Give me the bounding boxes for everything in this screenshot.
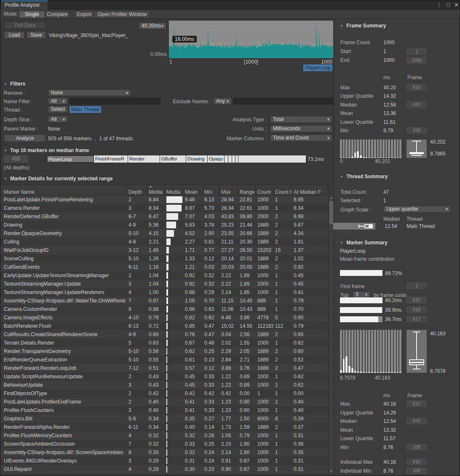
exclude-names-input[interactable] bbox=[233, 98, 334, 104]
load-button[interactable]: Load bbox=[4, 31, 25, 39]
top10-segment-Drawing[interactable]: Drawing bbox=[186, 155, 208, 163]
thread-select-button[interactable]: Select bbox=[48, 106, 68, 113]
table-row[interactable]: Render.OpaqueGeometry5-104.154.522.9023.… bbox=[0, 229, 328, 238]
column-header-0[interactable]: Marker Name bbox=[0, 185, 127, 195]
frame-link-button[interactable]: 918 bbox=[407, 307, 427, 313]
table-row[interactable]: CullResults.CreateSharedRendererScene4-9… bbox=[0, 330, 328, 339]
top10-segment-Render[interactable]: Render bbox=[128, 155, 160, 163]
graph-scale-dropdown[interactable]: Upper quartile▼ bbox=[383, 206, 451, 213]
column-header-6[interactable]: Max bbox=[219, 185, 238, 195]
marker-summary-boxplot[interactable] bbox=[407, 330, 427, 373]
frame-summary-histogram[interactable] bbox=[340, 139, 401, 158]
save-button[interactable]: Save bbox=[27, 31, 46, 39]
table-row[interactable]: Camera.Render38.348.975.7328.3422.611000… bbox=[0, 204, 328, 212]
column-header-4[interactable]: Mean bbox=[183, 185, 203, 195]
mode-button-compare[interactable]: Compare bbox=[45, 11, 70, 18]
exclude-mode-dropdown[interactable]: Any▼ bbox=[213, 98, 232, 104]
scrollbar-thumb[interactable] bbox=[329, 201, 333, 224]
column-header-9[interactable]: Count Fra bbox=[273, 185, 292, 195]
table-row[interactable]: EndRenderQueueExtraction5-100.550.610.13… bbox=[0, 356, 328, 364]
table-row[interactable]: RenderForwardAlpha.Render6-110.340.400.1… bbox=[0, 423, 328, 431]
top10-segment-GBuffer[interactable]: GBuffer bbox=[160, 155, 186, 163]
top-n-dropdown[interactable]: 3▼ bbox=[353, 291, 370, 298]
start-frame-button[interactable]: 1 bbox=[407, 48, 427, 55]
table-row[interactable]: WaitForJobGroupID3-121.451.710.7727.2726… bbox=[0, 246, 328, 254]
frame-link-button[interactable]: 917 bbox=[407, 316, 427, 322]
table-row[interactable]: SceneCulling5-101.261.330.1220.1420.0118… bbox=[0, 254, 328, 263]
end-frame-button[interactable]: 1000 bbox=[407, 57, 427, 64]
frame-link-button[interactable]: 915 bbox=[407, 459, 427, 465]
marker-summary-histogram[interactable] bbox=[340, 330, 401, 373]
frame-summary-header[interactable]: ▼ Frame Summary bbox=[340, 23, 386, 29]
table-row[interactable]: GUI.Repaint40.290.300.230.900.67100010.3… bbox=[0, 465, 328, 473]
table-row[interactable]: Profiler.FlushCounters30.400.410.331.230… bbox=[0, 406, 328, 414]
column-header-7[interactable]: Range bbox=[238, 185, 256, 195]
frame-link-button[interactable]: 915 bbox=[407, 84, 427, 91]
table-row[interactable]: Culling4-92.212.270.8121.1120.30188921.9… bbox=[0, 238, 328, 246]
column-header-10[interactable]: At Median F bbox=[292, 185, 328, 195]
table-row[interactable]: Assembly-CSharp-firstpass.dll!::ScreenSp… bbox=[0, 448, 328, 457]
table-row[interactable]: PostLateUpdate.FinishFrameRendering28.84… bbox=[0, 195, 328, 204]
table-row[interactable]: PostLateUpdate.ProfilerEndFrame20.400.41… bbox=[0, 398, 328, 406]
frame-link-button[interactable]: 976 bbox=[407, 418, 427, 424]
table-row[interactable]: Profiler.FlushMemoryCounters40.320.320.2… bbox=[0, 431, 328, 440]
thread-summary-header[interactable]: ▼ Thread Summary bbox=[340, 174, 388, 179]
column-header-8[interactable]: Count bbox=[256, 185, 273, 195]
table-row[interactable]: Update.ScriptRunBehaviourUpdate20.430.45… bbox=[0, 372, 328, 381]
marker-columns-dropdown[interactable]: Time and Count▼ bbox=[270, 134, 332, 142]
first-frame-button[interactable]: 1 bbox=[407, 283, 427, 289]
frame-link-button[interactable]: 450 bbox=[407, 102, 427, 108]
marker-summary-header[interactable]: ▼ Marker Summary bbox=[340, 240, 388, 246]
table-row[interactable]: Terrain.Details.Render50.630.670.482.021… bbox=[0, 339, 328, 347]
frame-link-button[interactable]: 339 bbox=[407, 127, 427, 134]
top10-segment-7[interactable] bbox=[228, 155, 232, 163]
depth-slice-dropdown[interactable]: All▼ bbox=[48, 116, 68, 123]
mode-button-export[interactable]: Export bbox=[75, 11, 94, 18]
table-row[interactable]: BatchRenderer.Flush8-130.720.850.4715.02… bbox=[0, 322, 328, 330]
top10-segment-8[interactable] bbox=[232, 155, 235, 163]
frame-link-button[interactable]: 915 bbox=[407, 401, 427, 407]
mode-button-open-profiler-window[interactable]: Open Profiler Window bbox=[94, 11, 150, 18]
name-filter-mode-dropdown[interactable]: All▼ bbox=[48, 98, 68, 104]
mode-button-single[interactable]: Single bbox=[19, 11, 45, 18]
marker-table[interactable]: PostLateUpdate.FinishFrameRendering28.84… bbox=[0, 195, 328, 473]
kebab-menu-icon[interactable]: ⋮ bbox=[436, 2, 443, 8]
close-icon[interactable]: ✕ bbox=[453, 2, 460, 8]
column-header-5[interactable]: Min bbox=[203, 185, 219, 195]
table-row[interactable]: TextureStreamingManager.Update31.040.920… bbox=[0, 280, 328, 288]
top10-segment-9[interactable] bbox=[235, 155, 238, 163]
table-row[interactable]: RenderDeferred.GBuffer6-76.477.074.0343.… bbox=[0, 212, 328, 221]
table-row[interactable]: Drawing4-95.365.833.7825.2321.44188925.6… bbox=[0, 221, 328, 229]
table-scrollbar[interactable]: ▲ ▼ bbox=[328, 195, 334, 473]
pull-data-button[interactable]: Pull Data bbox=[4, 21, 46, 29]
column-header-3[interactable]: Media bbox=[165, 185, 183, 195]
top10-marker-bar[interactable]: PlayerLoopFinishFrameRRenderGBufferDrawi… bbox=[47, 155, 306, 163]
marker-details-header[interactable]: ▼ Marker Details for currently selected … bbox=[4, 176, 113, 182]
analyze-button[interactable]: Analyze bbox=[4, 134, 46, 142]
table-row[interactable]: TextureStreamingManager.UpdateRenderers4… bbox=[0, 288, 328, 297]
remove-dropdown[interactable]: None▼ bbox=[48, 89, 131, 96]
units-dropdown[interactable]: Milliseconds▼ bbox=[270, 125, 332, 132]
table-row[interactable]: ScreenSpaceAmbientOcclusion70.320.330.25… bbox=[0, 440, 328, 448]
table-row[interactable]: RenderForward.RenderLoopJob7-120.510.570… bbox=[0, 364, 328, 372]
column-header-1[interactable]: Depth bbox=[127, 185, 147, 195]
table-row[interactable]: CullSendEvents6-111.161.210.0320.0320.00… bbox=[0, 263, 328, 271]
top10-segment-PlayerLoop[interactable]: PlayerLoop bbox=[47, 155, 94, 163]
tab-profile-analyzer[interactable]: Profile Analyzer bbox=[1, 0, 48, 10]
table-row[interactable]: BehaviourUpdate30.430.450.331.220.891000… bbox=[0, 381, 328, 389]
frame-link-button[interactable]: 339 bbox=[407, 444, 427, 450]
table-header[interactable]: Marker NameDepthMedia▼MediaMeanMinMaxRan… bbox=[0, 185, 328, 195]
table-row[interactable]: UIEvents.IMGUIRenderOverlays30.290.310.2… bbox=[0, 457, 328, 465]
analysis-type-dropdown[interactable]: Total▼ bbox=[270, 116, 332, 123]
thread-row[interactable]: 12.54Main Thread bbox=[334, 223, 460, 230]
maximize-icon[interactable]: □ bbox=[445, 2, 452, 8]
table-row[interactable]: Camera.CustomRender80.880.960.6311.0610.… bbox=[0, 305, 328, 313]
table-row[interactable]: Render.TransparentGeometry5-100.560.620.… bbox=[0, 347, 328, 356]
top10-segment-Opaqu[interactable]: Opaqu bbox=[208, 155, 225, 163]
table-row[interactable]: Assembly-CSharp-firstpass.dll!::WaterTil… bbox=[0, 297, 328, 305]
top10-frame-button[interactable]: 450 bbox=[4, 155, 28, 163]
table-row[interactable]: FindObjectsOfType20.420.420.420.420.0011… bbox=[0, 389, 328, 398]
filters-header[interactable]: ▼ Filters bbox=[4, 81, 25, 87]
top10-segment-6[interactable] bbox=[225, 155, 228, 163]
top10-header[interactable]: ▼ Top 10 markers on median frame bbox=[4, 147, 89, 153]
